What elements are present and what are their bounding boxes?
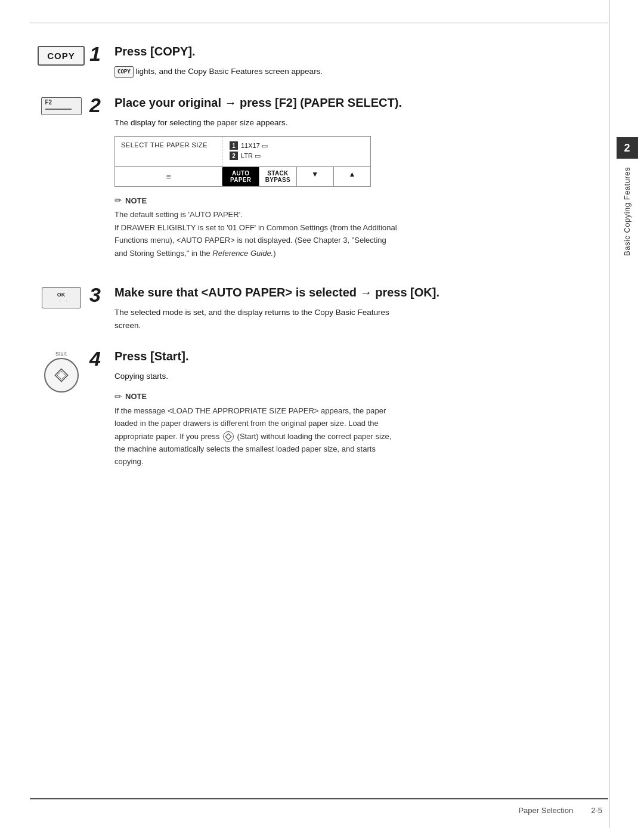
f2-label: F2 <box>45 99 52 106</box>
step-4-heading: Press [Start]. <box>114 348 550 364</box>
inline-copy-badge: COPY <box>114 66 134 77</box>
step-2-icon-col: F2 <box>33 95 89 115</box>
step-3-number-col: 3 <box>89 285 114 305</box>
step-2-number-col: 2 <box>89 95 114 115</box>
ok-dots: · · · <box>53 298 69 304</box>
lcd-top: SELECT THE PAPER SIZE 1 11X17 ▭ 2 LTR ▭ <box>115 137 370 167</box>
note-2-section: ✏ NOTE If the message <LOAD THE APPROPRI… <box>114 391 550 468</box>
step-4-body: Copying starts. <box>114 370 550 383</box>
inline-start-diamond <box>225 433 232 440</box>
lcd-item-2: 2 LTR ▭ <box>230 152 268 160</box>
step-4-number: 4 <box>89 347 101 370</box>
note-2-title: NOTE <box>125 392 147 401</box>
lcd-number-1: 1 <box>230 141 238 150</box>
step-3-body: The selected mode is set, and the displa… <box>114 306 550 332</box>
lcd-number-2: 2 <box>230 152 238 160</box>
lcd-sheet-icon: ≡ <box>166 172 171 181</box>
step-1-number-col: 1 <box>89 44 114 64</box>
lcd-item-2-text: LTR ▭ <box>241 152 261 160</box>
lcd-buttons: AUTO PAPER STACK BYPASS ▼ ▲ <box>222 167 370 186</box>
start-button-icon <box>44 358 79 393</box>
sidebar-chapter-title: Basic Copying Features <box>623 167 631 256</box>
top-border <box>30 23 608 23</box>
pencil-icon: ✏ <box>114 195 122 206</box>
ok-button-icon: OK · · · <box>42 287 81 308</box>
lcd-btn-auto-paper[interactable]: AUTO PAPER <box>222 167 259 186</box>
step-3-row: OK · · · 3 Make sure that <AUTO PAPER> i… <box>33 285 550 332</box>
lcd-item-1: 1 11X17 ▭ <box>230 141 268 150</box>
step-2-content: Place your original → press [F2] (PAPER … <box>114 95 550 268</box>
note-1-title: NOTE <box>125 196 147 205</box>
step-2-body: The display for selecting the paper size… <box>114 116 550 129</box>
step-1-number: 1 <box>89 42 101 65</box>
lcd-btn-up[interactable]: ▲ <box>334 167 370 186</box>
step-1-row: COPY 1 Press [COPY]. COPY lights, and th… <box>33 44 550 78</box>
footer-section-label: Paper Selection <box>518 806 573 815</box>
lcd-display: SELECT THE PAPER SIZE 1 11X17 ▭ 2 LTR ▭ <box>114 136 371 187</box>
lcd-item-1-text: 11X17 ▭ <box>241 142 268 150</box>
start-diamond-icon <box>53 367 70 384</box>
step-3-number: 3 <box>89 283 101 306</box>
step-1-content: Press [COPY]. COPY lights, and the Copy … <box>114 44 550 78</box>
start-label-text: Start <box>55 351 67 357</box>
pencil-icon-2: ✏ <box>114 391 122 402</box>
step-1-body-text: lights, and the Copy Basic Features scre… <box>135 67 323 76</box>
step-2-number: 2 <box>89 94 101 116</box>
ok-text: OK <box>57 292 66 298</box>
note-1-header: ✏ NOTE <box>114 195 550 206</box>
step-4-row: Start 4 Press [Start]. Copying starts. <box>33 348 550 477</box>
step-1-body: COPY lights, and the Copy Basic Features… <box>114 65 550 78</box>
step-1-heading: Press [COPY]. <box>114 44 550 59</box>
start-button-container: Start <box>44 351 79 393</box>
step-4-icon-col: Start <box>33 348 89 393</box>
footer-right: Paper Selection 2-5 <box>518 806 602 815</box>
main-content: COPY 1 Press [COPY]. COPY lights, and th… <box>0 0 609 828</box>
step-2-row: F2 2 Place your original → press [F2] (P… <box>33 95 550 268</box>
right-sidebar: 2 Basic Copying Features <box>609 0 644 828</box>
step-1-icon-col: COPY <box>33 44 89 66</box>
note-2-text: If the message <LOAD THE APPROPRIATE SIZ… <box>114 404 550 468</box>
step-2-body-text: The display for selecting the paper size… <box>114 118 287 127</box>
step-3-heading: Make sure that <AUTO PAPER> is selected … <box>114 285 550 300</box>
step-3-icon-col: OK · · · <box>33 285 89 308</box>
step-3-content: Make sure that <AUTO PAPER> is selected … <box>114 285 550 332</box>
sidebar-chapter-number: 2 <box>617 137 638 159</box>
svg-marker-2 <box>225 434 231 440</box>
lcd-left-text: SELECT THE PAPER SIZE <box>115 137 222 166</box>
note-1-text: The default setting is 'AUTO PAPER'. If … <box>114 208 550 259</box>
lcd-bottom: ≡ AUTO PAPER STACK BYPASS ▼ ▲ <box>115 167 370 186</box>
lcd-btn-stack-bypass[interactable]: STACK BYPASS <box>259 167 296 186</box>
bottom-border <box>30 798 608 799</box>
inline-start-icon <box>223 431 234 442</box>
note-2-header: ✏ NOTE <box>114 391 550 402</box>
f2-button-icon: F2 <box>41 97 82 115</box>
note-1-section: ✏ NOTE The default setting is 'AUTO PAPE… <box>114 195 550 259</box>
step-4-number-col: 4 <box>89 348 114 369</box>
footer: Paper Selection 2-5 <box>30 806 602 815</box>
lcd-sheet-area: ≡ <box>115 168 222 185</box>
lcd-btn-down[interactable]: ▼ <box>297 167 334 186</box>
step-2-heading: Place your original → press [F2] (PAPER … <box>114 95 550 110</box>
copy-button-icon: COPY <box>38 46 85 66</box>
f2-line <box>45 109 72 110</box>
lcd-right: 1 11X17 ▭ 2 LTR ▭ <box>222 137 275 166</box>
copy-button-label: COPY <box>47 51 75 61</box>
step-4-content: Press [Start]. Copying starts. ✏ NOTE If… <box>114 348 550 477</box>
footer-page-number: 2-5 <box>591 806 602 815</box>
